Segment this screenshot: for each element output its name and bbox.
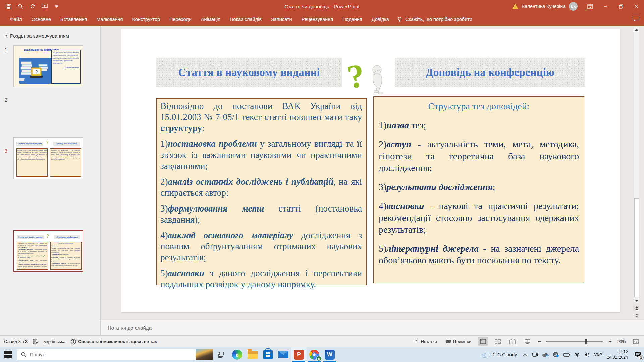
zoom-in-button[interactable]: +: [608, 339, 612, 345]
ribbon-tabs: ФайлОсновнеВставленняМалюванняКонструкто…: [5, 14, 394, 25]
tell-me-box[interactable]: Скажіть, що потрібно зробити: [397, 17, 472, 22]
clock[interactable]: 11:12 24.01.2024: [607, 349, 628, 360]
left-header-box[interactable]: Стаття в науковому виданні: [156, 58, 342, 87]
ribbon-tab-7[interactable]: Анімація: [196, 14, 225, 25]
onedrive-icon[interactable]: [542, 353, 549, 357]
hidden-icons-chevron[interactable]: [523, 353, 528, 356]
list-item: 1)назва тез;: [51, 245, 80, 247]
slide-2-thumbnail[interactable]: Стаття в науковому виданні ? Доповідь на…: [13, 137, 83, 179]
volume-icon[interactable]: [584, 353, 590, 357]
save-icon[interactable]: [5, 3, 12, 10]
comments-toggle-button[interactable]: Примітки: [444, 338, 474, 345]
list-item: 3)результати дослідження;: [51, 254, 80, 255]
ribbon-tab-10[interactable]: Рецензування: [297, 14, 338, 25]
question-figure-image[interactable]: ?: [342, 56, 395, 97]
zoom-out-button[interactable]: −: [537, 339, 541, 345]
comments-icon[interactable]: [633, 16, 639, 22]
search-input[interactable]: Пошук: [17, 349, 213, 360]
list-item: 1)постановка проблеми у загальному вигля…: [18, 249, 47, 254]
ribbon-tab-4[interactable]: Малювання: [92, 14, 127, 25]
fit-slide-to-window-button[interactable]: [631, 337, 641, 346]
ribbon-tab-12[interactable]: Довідка: [367, 14, 394, 25]
slide-1-thumbnail[interactable]: Наукова робота (інноваційна) ? Без прагн…: [13, 45, 83, 87]
reading-view-button[interactable]: [507, 337, 518, 346]
article-structure-box[interactable]: Відповідно до постанови ВАК України від …: [156, 98, 367, 285]
notes-toggle-button[interactable]: Нотатки: [412, 338, 439, 345]
ribbon-tab-5[interactable]: Конструктор: [127, 14, 165, 25]
customize-qat-icon[interactable]: [53, 3, 60, 10]
system-tray: [523, 352, 590, 357]
ribbon-tab-3[interactable]: Вставлення: [56, 14, 92, 25]
weather-widget[interactable]: 2°C Cloudy: [481, 351, 517, 358]
meet-now-icon[interactable]: [532, 352, 538, 357]
tell-me-label: Скажіть, що потрібно зробити: [405, 17, 472, 22]
account-name[interactable]: Валентина Кучеріна: [522, 4, 566, 9]
next-slide-button[interactable]: [634, 313, 639, 318]
zoom-level[interactable]: 93%: [617, 339, 626, 344]
minimize-button[interactable]: [598, 0, 613, 13]
list-item: 4)висновки - наукові та практичні резуль…: [51, 256, 80, 262]
list-item: 2)вступ - актуальність теми, мета, метод…: [379, 138, 579, 174]
slide-canvas[interactable]: Стаття в науковому виданні ?: [121, 29, 620, 312]
normal-view-button[interactable]: [478, 337, 488, 346]
thumb2-right-header: Доповідь на конференцію: [53, 142, 80, 146]
thumb3-right-header: Доповідь на конференцію: [54, 235, 80, 239]
start-button[interactable]: [0, 347, 16, 362]
ribbon-tab-11[interactable]: Подання: [338, 14, 367, 25]
ribbon-display-options-icon[interactable]: [582, 0, 598, 13]
list-item: 5)літературні джерела - на зазначені дже…: [51, 262, 80, 266]
accessibility-status[interactable]: Спеціальні можливості: щось не так: [71, 339, 157, 344]
taskbar-chrome-icon[interactable]: B: [307, 347, 322, 362]
taskbar-store-icon[interactable]: [260, 347, 276, 362]
task-view-button[interactable]: [213, 347, 229, 362]
notification-badge: 2: [639, 355, 644, 360]
thumb3-left-box: Відповідно до постанови ВАК України від …: [17, 242, 48, 270]
search-daily-image[interactable]: [196, 349, 213, 360]
scroll-up-icon[interactable]: [634, 27, 639, 32]
ribbon-tab-1[interactable]: Файл: [5, 14, 27, 25]
spellcheck-icon[interactable]: [33, 339, 39, 344]
restore-button[interactable]: [613, 0, 629, 13]
taskbar-file-explorer-icon[interactable]: [245, 347, 260, 362]
ribbon-tab-8[interactable]: Показ слайдів: [225, 14, 266, 25]
undo-icon[interactable]: [17, 3, 24, 10]
section-header[interactable]: Розділ за замовчуванням: [5, 33, 69, 39]
slideshow-view-button[interactable]: [522, 337, 532, 346]
scroll-down-icon[interactable]: [634, 298, 639, 303]
previous-slide-button[interactable]: [634, 305, 639, 311]
taskbar-edge-icon[interactable]: e: [229, 347, 245, 362]
ribbon-tab-6[interactable]: Переходи: [165, 14, 196, 25]
vertical-scrollbar[interactable]: [634, 27, 639, 303]
security-icon[interactable]: [553, 352, 559, 357]
notification-center-button[interactable]: 2: [633, 347, 644, 362]
weather-text: 2°C Cloudy: [493, 352, 517, 357]
keyboard-language[interactable]: УКР: [594, 352, 602, 357]
redo-icon[interactable]: [29, 3, 36, 10]
taskbar-mail-icon[interactable]: [276, 347, 291, 362]
slide-counter[interactable]: Слайд 3 з 3: [4, 339, 28, 344]
slide-sorter-view-button[interactable]: [493, 337, 503, 346]
notes-pane[interactable]: Нотатки до слайда: [101, 320, 644, 335]
ribbon-tab-9[interactable]: Записати: [266, 14, 297, 25]
scrollbar-thumb[interactable]: [634, 198, 639, 298]
warning-icon[interactable]: [512, 4, 518, 9]
start-from-beginning-icon[interactable]: [41, 3, 48, 10]
avatar[interactable]: ВК: [569, 2, 578, 11]
cloud-icon: [481, 351, 490, 358]
theses-structure-box[interactable]: Структура тез доповідей: 1)назва тез;2)в…: [373, 96, 584, 283]
zoom-slider[interactable]: [546, 341, 603, 342]
wifi-icon[interactable]: [574, 353, 580, 357]
ribbon-tab-2[interactable]: Основне: [27, 14, 56, 25]
slide-3-thumbnail[interactable]: Стаття в науковому виданні ? Доповідь на…: [13, 230, 83, 272]
close-button[interactable]: [629, 0, 644, 13]
slide-edit-area: Стаття в науковому виданні ?: [101, 26, 644, 335]
battery-icon[interactable]: [563, 353, 570, 357]
slide-1-number: 1: [5, 47, 7, 52]
taskbar-word-icon[interactable]: W: [322, 347, 337, 362]
right-header-box[interactable]: Доповідь на конференцію: [395, 58, 585, 87]
language-indicator[interactable]: українська: [44, 339, 65, 344]
taskbar-powerpoint-icon[interactable]: P: [291, 347, 307, 362]
list-item: 1)назва тез;: [379, 119, 579, 131]
zoom-slider-thumb[interactable]: [585, 339, 587, 344]
windows-taskbar: Пошук e P B W 2°C Cloudy УКР 11:12 24.01…: [0, 347, 644, 362]
